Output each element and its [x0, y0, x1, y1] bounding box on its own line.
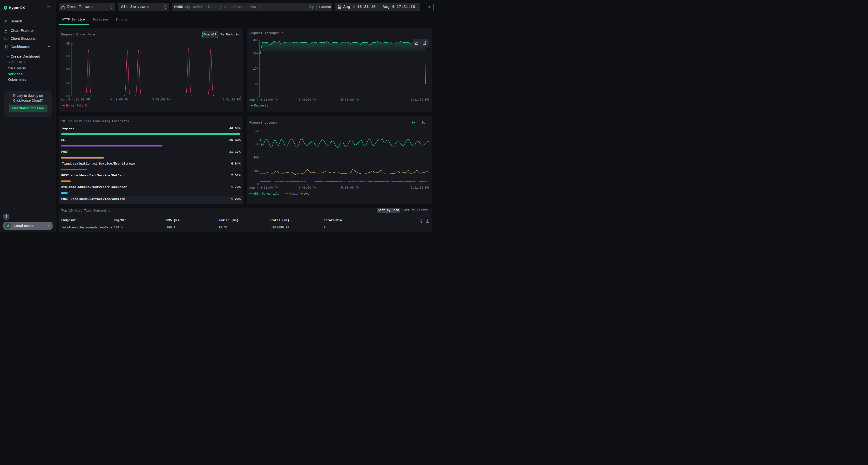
svg-text:Avg: Avg [304, 192, 310, 196]
svg-text:1k: 1k [255, 142, 258, 146]
svg-text:0%: 0% [66, 68, 70, 71]
svg-text:Aug 4 4:31:00 PM: Aug 4 4:31:00 PM [249, 186, 278, 190]
svg-text:400: 400 [253, 156, 259, 160]
svg-text:95th Percentile: 95th Percentile [253, 192, 279, 196]
svg-text:5:03:00 PM: 5:03:00 PM [341, 98, 359, 102]
svg-text:9k: 9k [255, 82, 258, 86]
svg-text:5:03:00 PM: 5:03:00 PM [152, 98, 170, 101]
svg-text:5:31:00 PM: 5:31:00 PM [222, 98, 241, 101]
svg-text:0%: 0% [66, 42, 70, 45]
svg-text:4:48:00 PM: 4:48:00 PM [298, 98, 316, 102]
svg-text:Error Rate %: Error Rate % [66, 104, 87, 107]
svg-text:4:48:00 PM: 4:48:00 PM [298, 186, 316, 190]
svg-text:5:31:00 PM: 5:31:00 PM [410, 98, 429, 102]
svg-text:4:48:00 PM: 4:48:00 PM [110, 98, 128, 101]
svg-text:0%: 0% [66, 81, 70, 85]
svg-text:0%: 0% [66, 95, 70, 98]
svg-text:Median: Median [289, 192, 299, 196]
svg-text:200: 200 [253, 170, 259, 173]
svg-text:Aug 4 4:31:00 PM: Aug 4 4:31:00 PM [61, 98, 90, 101]
svg-text:26k: 26k [253, 52, 258, 56]
svg-text:34k: 34k [253, 38, 258, 42]
svg-text:0: 0 [257, 182, 259, 186]
svg-text:Requests: Requests [254, 104, 268, 107]
svg-text:0%: 0% [66, 55, 70, 58]
svg-text:5:31:00 PM: 5:31:00 PM [410, 186, 429, 190]
svg-text:1k: 1k [255, 129, 258, 133]
svg-text:5:03:00 PM: 5:03:00 PM [341, 186, 359, 190]
svg-text:17k: 17k [253, 67, 258, 71]
svg-text:Aug 4 4:31:00 PM: Aug 4 4:31:00 PM [249, 98, 278, 102]
